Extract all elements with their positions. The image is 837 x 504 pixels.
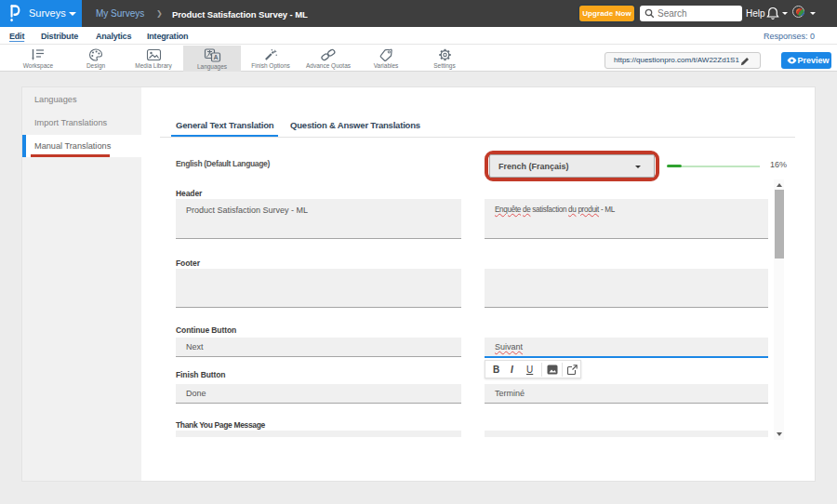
svg-text:A: A	[213, 54, 218, 60]
